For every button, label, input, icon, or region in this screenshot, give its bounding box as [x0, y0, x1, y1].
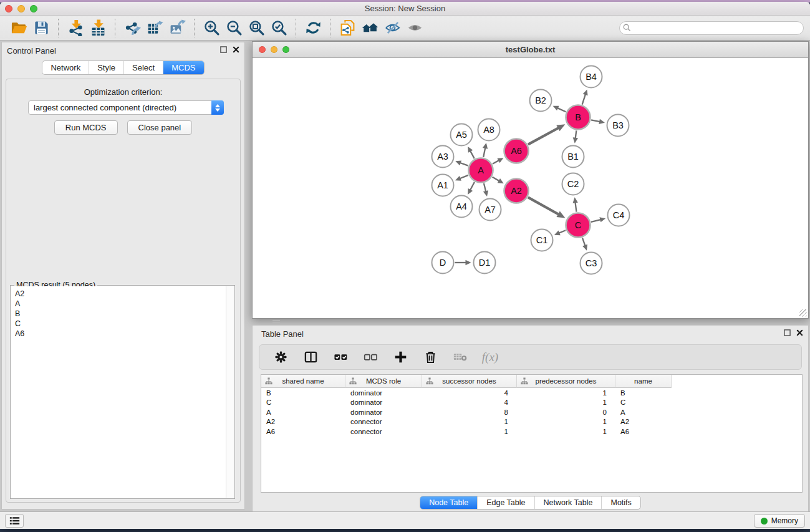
export-network-button[interactable]: [121, 17, 143, 39]
deselect-all-button[interactable]: [362, 349, 379, 366]
table-row[interactable]: A6connector11A6: [261, 427, 802, 437]
graph-edge-B-B3[interactable]: [591, 120, 600, 122]
mcds-result-item[interactable]: C: [15, 319, 226, 329]
graph-node-A7[interactable]: A7: [480, 199, 501, 221]
tab-select[interactable]: Select: [123, 61, 163, 74]
graph-node-A6[interactable]: A6: [504, 139, 529, 163]
graph-edge-A-A5[interactable]: [470, 151, 475, 158]
show-all-button[interactable]: [403, 17, 426, 39]
graph-edge-B-B4[interactable]: [582, 94, 586, 104]
graph-node-A3[interactable]: A3: [432, 146, 454, 168]
column-header-name[interactable]: name: [615, 375, 672, 388]
graph-edge-A6-B[interactable]: [528, 128, 559, 145]
window-titlebar[interactable]: Session: New Session: [0, 2, 810, 16]
zoom-fit-button[interactable]: [245, 17, 268, 39]
search-input[interactable]: [619, 21, 804, 35]
clone-network-button[interactable]: [336, 17, 359, 39]
graph-node-B2[interactable]: B2: [530, 90, 552, 112]
delete-table-button[interactable]: [451, 349, 469, 366]
refresh-layout-button[interactable]: [302, 17, 324, 39]
graph-edge-C-C1[interactable]: [559, 230, 566, 233]
table-row[interactable]: Bdominator41B: [261, 388, 802, 398]
function-builder-button[interactable]: f(x): [481, 349, 499, 366]
zoom-out-button[interactable]: [223, 17, 245, 39]
network-canvas[interactable]: AA1A2A3A4A5A6A7A8BB1B2B3B4CC1C2C3C4DD1: [253, 58, 808, 318]
graph-node-A2[interactable]: A2: [504, 179, 529, 203]
graph-node-C2[interactable]: C2: [562, 173, 584, 195]
graph-edge-C-C3[interactable]: [582, 238, 585, 246]
graph-node-C4[interactable]: C4: [608, 205, 630, 226]
export-image-button[interactable]: [166, 17, 188, 39]
mcds-result-item[interactable]: B: [15, 309, 226, 319]
graph-edge-A-A3[interactable]: [460, 163, 468, 166]
first-neighbors-button[interactable]: [359, 17, 381, 39]
float-panel-icon[interactable]: [220, 46, 227, 53]
close-panel-button[interactable]: Close panel: [127, 120, 193, 135]
mcds-result-item[interactable]: A: [15, 299, 226, 309]
select-all-button[interactable]: [332, 349, 349, 366]
graph-edge-B-B1[interactable]: [576, 130, 577, 138]
table-tab-network-table[interactable]: Network Table: [534, 496, 602, 509]
column-header-predecessor-nodes[interactable]: predecessor nodes: [517, 375, 615, 388]
graph-node-A[interactable]: A: [469, 158, 493, 183]
mcds-result-item[interactable]: A2: [15, 289, 226, 299]
table-row[interactable]: A2connector11A2: [261, 417, 802, 427]
table-row[interactable]: Cdominator41C: [261, 398, 802, 408]
graph-node-D[interactable]: D: [432, 252, 454, 274]
graph-node-B1[interactable]: B1: [562, 146, 584, 168]
memory-button[interactable]: Memory: [754, 514, 805, 528]
graph-edge-B-B2[interactable]: [557, 108, 566, 112]
table-row[interactable]: Adominator80A: [261, 407, 802, 417]
column-header-MCDS-role[interactable]: MCDS role: [345, 375, 422, 388]
mcds-result-list[interactable]: A2ABCA6: [11, 286, 226, 498]
graph-node-A5[interactable]: A5: [451, 124, 473, 146]
table-tab-motifs[interactable]: Motifs: [601, 496, 640, 509]
graph-edge-A-A8[interactable]: [483, 148, 485, 157]
mcds-result-item[interactable]: A6: [15, 329, 226, 339]
tab-network[interactable]: Network: [42, 61, 89, 74]
delete-column-button[interactable]: [422, 349, 439, 366]
column-header-shared-name[interactable]: shared name: [261, 375, 345, 388]
import-table-button[interactable]: [87, 17, 109, 39]
graph-node-B[interactable]: B: [566, 105, 591, 130]
run-mcds-button[interactable]: Run MCDS: [54, 120, 118, 135]
tab-mcds[interactable]: MCDS: [163, 61, 203, 74]
graph-node-A1[interactable]: A1: [432, 175, 454, 196]
table-tab-node-table[interactable]: Node Table: [420, 496, 477, 509]
show-columns-button[interactable]: [302, 349, 319, 366]
column-header-successor-nodes[interactable]: successor nodes: [422, 375, 517, 388]
graph-node-A8[interactable]: A8: [478, 119, 500, 141]
graph-edge-A-A2[interactable]: [493, 177, 499, 181]
zoom-selected-button[interactable]: [268, 17, 290, 39]
graph-edge-C-C2[interactable]: [576, 202, 577, 211]
open-session-button[interactable]: [7, 17, 30, 39]
add-column-button[interactable]: [392, 349, 409, 366]
graph-node-A4[interactable]: A4: [451, 196, 473, 218]
graph-edge-A2-C[interactable]: [528, 197, 559, 214]
save-session-button[interactable]: [30, 17, 52, 39]
export-table-button[interactable]: [143, 17, 166, 39]
tab-style[interactable]: Style: [89, 61, 123, 74]
graph-edge-A-A6[interactable]: [493, 160, 499, 164]
graph-node-B4[interactable]: B4: [581, 66, 602, 88]
criterion-dropdown[interactable]: largest connected component (directed): [28, 100, 224, 115]
graph-node-B3[interactable]: B3: [607, 115, 629, 137]
import-network-button[interactable]: [64, 17, 87, 39]
close-table-panel-icon[interactable]: [796, 329, 803, 336]
resize-grip-icon[interactable]: [799, 309, 807, 317]
table-mode-gear-button[interactable]: [272, 349, 289, 366]
table-tab-edge-table[interactable]: Edge Table: [477, 496, 534, 509]
graph-node-D1[interactable]: D1: [474, 252, 496, 274]
mcds-result-scrollbar[interactable]: [226, 286, 234, 498]
frame-resize-handle[interactable]: [272, 320, 280, 322]
network-window-titlebar[interactable]: testGlobe.txt: [253, 42, 808, 58]
graph-edge-A-A4[interactable]: [470, 182, 475, 190]
graph-node-C3[interactable]: C3: [581, 253, 602, 274]
zoom-in-button[interactable]: [200, 17, 223, 39]
graph-edge-A-A7[interactable]: [484, 183, 486, 191]
float-table-panel-icon[interactable]: [784, 329, 791, 336]
graph-node-C[interactable]: C: [566, 213, 591, 238]
graph-node-C1[interactable]: C1: [531, 230, 553, 251]
graph-edge-C-C4[interactable]: [591, 220, 600, 222]
task-history-button[interactable]: [5, 514, 24, 528]
